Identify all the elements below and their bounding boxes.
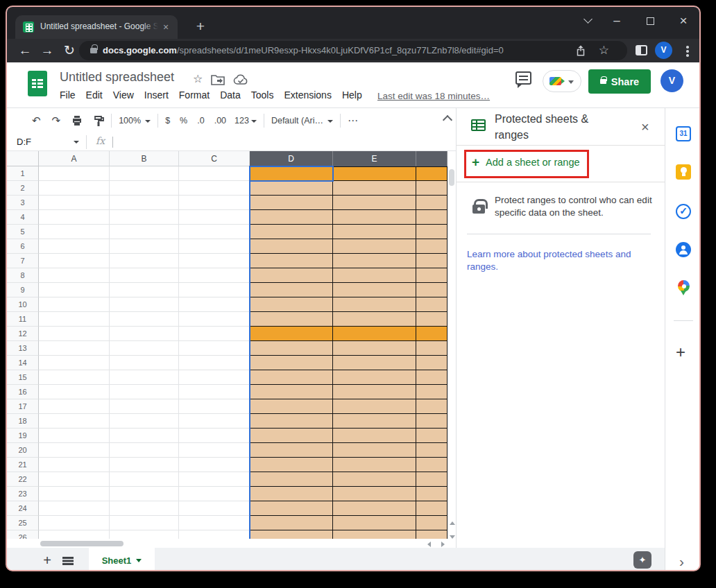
cell[interactable] <box>179 181 250 196</box>
column-header-b[interactable]: B <box>110 151 179 166</box>
cell[interactable] <box>39 385 110 399</box>
cell[interactable] <box>110 166 179 181</box>
row-header-23[interactable]: 23 <box>7 487 39 501</box>
row-header-16[interactable]: 16 <box>7 385 39 399</box>
cell[interactable] <box>39 429 110 443</box>
cell[interactable] <box>179 268 250 283</box>
cell[interactable] <box>39 443 110 458</box>
cell[interactable] <box>250 196 333 210</box>
cell[interactable] <box>250 501 333 516</box>
cell[interactable] <box>39 458 110 472</box>
cell[interactable] <box>39 166 110 181</box>
column-header-e[interactable]: E <box>333 151 416 166</box>
menu-edit[interactable]: Edit <box>86 89 103 101</box>
cell[interactable] <box>333 370 416 385</box>
formula-input[interactable] <box>112 137 113 148</box>
cell[interactable] <box>179 356 250 370</box>
cell[interactable] <box>416 385 448 399</box>
cell[interactable] <box>416 341 448 356</box>
cell[interactable] <box>416 356 448 370</box>
cell[interactable] <box>110 501 179 516</box>
cell[interactable] <box>110 370 179 385</box>
cell[interactable] <box>110 239 179 254</box>
cell[interactable] <box>250 341 333 356</box>
cell[interactable] <box>333 283 416 297</box>
sheet-tab[interactable]: Sheet1 <box>89 548 155 571</box>
cell[interactable] <box>39 239 110 254</box>
cell[interactable] <box>179 196 250 210</box>
cell[interactable] <box>416 254 448 268</box>
menu-data[interactable]: Data <box>220 89 241 101</box>
cell[interactable] <box>333 239 416 254</box>
column-header-d[interactable]: D <box>250 151 333 166</box>
cell[interactable] <box>333 356 416 370</box>
cell[interactable] <box>39 254 110 268</box>
cell[interactable] <box>333 458 416 472</box>
account-avatar[interactable]: V <box>660 69 683 92</box>
menu-view[interactable]: View <box>113 89 134 101</box>
cell[interactable] <box>333 516 416 530</box>
redo-icon[interactable]: ↷ <box>52 114 61 127</box>
cell[interactable] <box>333 327 416 341</box>
cell[interactable] <box>416 370 448 385</box>
cell[interactable] <box>416 196 448 210</box>
row-header-7[interactable]: 7 <box>7 254 39 268</box>
cell[interactable] <box>250 385 333 399</box>
menu-help[interactable]: Help <box>342 89 362 101</box>
cell[interactable] <box>110 429 179 443</box>
cell[interactable] <box>110 356 179 370</box>
new-tab-button[interactable]: + <box>189 15 212 39</box>
scroll-left-icon[interactable] <box>427 542 431 547</box>
more-toolbar-icon[interactable]: ⋯ <box>348 114 358 127</box>
cell[interactable] <box>39 399 110 414</box>
row-header-26[interactable]: 26 <box>7 530 39 539</box>
menu-file[interactable]: File <box>60 89 76 101</box>
cell[interactable] <box>179 443 250 458</box>
cell[interactable] <box>416 399 448 414</box>
cell[interactable] <box>110 472 179 487</box>
cell[interactable] <box>179 516 250 530</box>
row-header-11[interactable]: 11 <box>7 312 39 327</box>
cell[interactable] <box>333 210 416 225</box>
scroll-right-icon[interactable] <box>441 542 445 547</box>
cell[interactable] <box>250 443 333 458</box>
url-input[interactable]: docs.google.com/spreadsheets/d/1meUR9esx… <box>79 41 627 60</box>
menu-format[interactable]: Format <box>179 89 210 101</box>
cell[interactable] <box>110 196 179 210</box>
comment-history-icon[interactable] <box>515 71 531 85</box>
add-addon-icon[interactable]: + <box>676 343 685 362</box>
row-header-24[interactable]: 24 <box>7 501 39 516</box>
cell[interactable] <box>250 283 333 297</box>
cell[interactable] <box>39 370 110 385</box>
cell[interactable] <box>333 225 416 239</box>
cell[interactable] <box>416 225 448 239</box>
menu-insert[interactable]: Insert <box>144 89 169 101</box>
cell[interactable] <box>416 487 448 501</box>
cell[interactable] <box>179 297 250 312</box>
meet-button[interactable] <box>543 70 581 92</box>
cell[interactable] <box>333 530 416 539</box>
side-panel-icon[interactable] <box>636 45 647 55</box>
cell[interactable] <box>416 166 448 181</box>
cell[interactable] <box>39 283 110 297</box>
cell[interactable] <box>250 516 333 530</box>
cell[interactable] <box>416 429 448 443</box>
cell[interactable] <box>39 356 110 370</box>
cell[interactable] <box>333 487 416 501</box>
cell[interactable] <box>110 225 179 239</box>
cell[interactable] <box>416 472 448 487</box>
format-currency-button[interactable]: $ <box>165 116 170 126</box>
cell[interactable] <box>110 414 179 429</box>
cell[interactable] <box>110 254 179 268</box>
cell[interactable] <box>110 297 179 312</box>
font-select[interactable]: Default (Ari… <box>271 116 333 126</box>
cell[interactable] <box>110 385 179 399</box>
cell[interactable] <box>179 210 250 225</box>
cell[interactable] <box>39 225 110 239</box>
format-percent-button[interactable]: % <box>180 116 187 126</box>
cell[interactable] <box>179 225 250 239</box>
cell[interactable] <box>179 254 250 268</box>
row-header-6[interactable]: 6 <box>7 239 39 254</box>
window-minimize-button[interactable]: – <box>602 7 631 35</box>
cell[interactable] <box>333 181 416 196</box>
